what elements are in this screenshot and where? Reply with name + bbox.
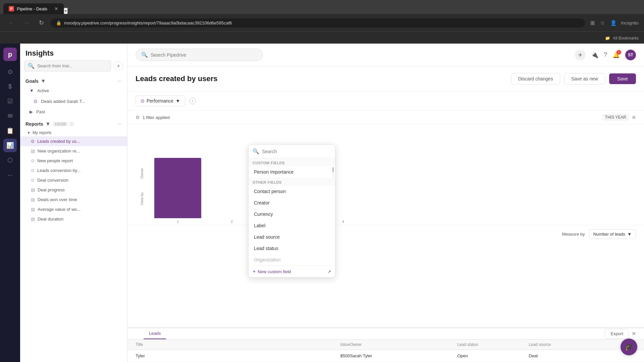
report-header: Leads created by users Discard changes S… <box>127 66 644 92</box>
nav-icon-mail[interactable]: ✉ <box>3 109 17 123</box>
report-item-5[interactable]: ▤ Deal progress <box>20 185 127 195</box>
report-icon-0: ⊙ <box>31 139 35 144</box>
deals-added-nav-item[interactable]: ⊙ Deals added Sarah T... <box>20 96 127 107</box>
chat-bubble[interactable]: 🎓 <box>621 339 637 355</box>
report-toolbar: ⊙ Performance ▼ i <box>127 92 644 111</box>
sidebar-search-input[interactable] <box>37 63 107 68</box>
nav-icon-leads[interactable]: 📋 <box>3 124 17 137</box>
report-label-4: Deal conversion <box>37 178 68 183</box>
new-tab-button[interactable]: + <box>64 8 68 14</box>
back-button[interactable]: ← <box>5 18 17 28</box>
report-item-0[interactable]: ⊙ Leads created by us... <box>20 136 127 146</box>
user-avatar[interactable]: ST <box>625 50 636 60</box>
measure-row: Measure by Number of leads ▼ <box>127 225 644 243</box>
performance-label: Performance <box>147 98 173 104</box>
deals-icon: ⊙ <box>34 99 38 104</box>
save-new-button[interactable]: Save as new <box>564 73 605 84</box>
export-button[interactable]: Export <box>605 329 629 339</box>
dropdown-item-organization[interactable]: Organization <box>249 254 335 265</box>
report-item-3[interactable]: ⊙ Leads conversion by... <box>20 166 127 175</box>
star-icon[interactable]: ☆ <box>599 18 606 27</box>
reports-count-badge: 13/150 <box>53 122 68 126</box>
report-label-2: New people report <box>37 158 73 163</box>
td-owner-0: Sarah Tyler <box>350 353 457 358</box>
scroll-thumb <box>332 167 334 172</box>
report-label-8: Deal duration <box>38 217 63 222</box>
tab-close-btn[interactable]: ✕ <box>54 6 58 11</box>
report-item-1[interactable]: ▤ New organization re... <box>20 146 127 156</box>
nav-icon-deals[interactable]: $ <box>3 80 17 93</box>
filter-close-button[interactable]: ✕ <box>632 114 636 121</box>
th-title: Title <box>136 342 278 347</box>
report-item-7[interactable]: ▤ Average value of wo... <box>20 204 127 214</box>
measure-select-button[interactable]: Number of leads ▼ <box>589 229 636 239</box>
report-item-4[interactable]: ⊙ Deal conversion <box>20 175 127 185</box>
dropdown-item-contact-person[interactable]: Contact person <box>249 186 335 197</box>
x-axis: 1 2 3 4 <box>127 218 644 225</box>
table-row-0[interactable]: Tyler $500 Sarah Tyler Open Deal <box>127 350 644 362</box>
info-button[interactable]: i <box>189 98 196 104</box>
dropdown-item-currency[interactable]: Currency <box>249 208 335 220</box>
notification-badge: ! <box>616 50 621 55</box>
reports-arrow: ▼ <box>45 121 51 127</box>
dropdown-item-person-importance[interactable]: Person Importance <box>249 166 335 178</box>
forward-button[interactable]: → <box>21 18 32 28</box>
nav-icon-activities[interactable]: ☑ <box>3 95 17 108</box>
main-content: 🔍 + 🔌 ? 🔔 ! ST Leads created by users Di… <box>127 44 644 362</box>
save-button[interactable]: Save <box>609 73 636 84</box>
bookmarks-label: 📁 All Bookmarks <box>605 35 639 41</box>
notification-button[interactable]: 🔔 ! <box>612 51 620 59</box>
reload-button[interactable]: ↻ <box>36 18 47 28</box>
extension-button[interactable]: 🔌 <box>591 51 598 59</box>
table-close-button[interactable]: ✕ <box>632 329 636 339</box>
x-label-0: 1 <box>154 220 201 224</box>
performance-button[interactable]: ⊙ Performance ▼ <box>136 96 185 106</box>
top-actions: + 🔌 ? 🔔 ! ST <box>575 50 636 60</box>
dropdown-item-lead-source[interactable]: Lead source <box>249 231 335 243</box>
nav-icon-more[interactable]: ··· <box>3 168 17 182</box>
browser-nav: ← → ↻ 🔒 moodjoy.pipedrive.com/progress/i… <box>0 14 644 32</box>
dropdown-search-input[interactable] <box>262 149 331 154</box>
report-icon-1: ▤ <box>31 148 35 154</box>
goals-more-icon[interactable]: ··· <box>117 78 122 84</box>
nav-icon-home[interactable]: ⊙ <box>3 65 17 78</box>
table-section: Leads Export ✕ Title Value Owner Lead st… <box>127 327 644 362</box>
dropdown-item-label[interactable]: Label <box>249 220 335 231</box>
reports-info-icon[interactable]: ⓘ <box>70 121 74 127</box>
active-label: Active <box>37 88 49 93</box>
report-label-7: Average value of wo... <box>38 207 80 212</box>
reports-more-icon[interactable]: ··· <box>117 121 122 127</box>
sidebar-search[interactable]: 🔍 <box>24 60 111 71</box>
report-item-6[interactable]: ▤ Deals won over time <box>20 195 127 204</box>
dropdown-search-row[interactable]: 🔍 <box>249 145 335 158</box>
address-bar[interactable]: 🔒 moodjoy.pipedrive.com/progress/insight… <box>51 18 585 27</box>
performance-icon: ⊙ <box>141 98 145 104</box>
extensions-icon[interactable]: ⊞ <box>589 18 596 27</box>
help-button[interactable]: ? <box>604 51 607 58</box>
dropdown-item-creator[interactable]: Creator <box>249 197 335 208</box>
active-nav-item[interactable]: ▼ Active <box>20 85 127 96</box>
nav-icon-products[interactable]: ⬡ <box>3 154 17 167</box>
profile-icon[interactable]: 👤 <box>609 18 618 27</box>
global-search-icon: 🔍 <box>141 52 148 58</box>
add-report-button[interactable]: + <box>114 61 123 71</box>
discard-button[interactable]: Discard changes <box>511 73 560 84</box>
td-source-0: Deal <box>529 353 636 358</box>
global-search-input[interactable] <box>151 52 257 58</box>
measure-label: Measure by <box>562 232 585 237</box>
active-tab[interactable]: P Pipeline - Deals ✕ <box>3 3 64 14</box>
td-status-0: Open <box>457 353 529 358</box>
report-item-2[interactable]: ⊙ New people report <box>20 156 127 166</box>
goals-label: Goals <box>25 78 39 84</box>
add-button[interactable]: + <box>575 50 586 60</box>
new-custom-field-button[interactable]: New custom field <box>258 269 325 274</box>
dropdown-item-lead-status[interactable]: Lead status <box>249 243 335 254</box>
nav-icon-insights[interactable]: 📊 <box>3 139 17 152</box>
table-tab-row: Leads Export ✕ <box>127 328 644 339</box>
report-item-8[interactable]: ▤ Deal duration <box>20 214 127 224</box>
table-actions: Export ✕ <box>605 329 636 339</box>
past-nav-item[interactable]: ▶ Past <box>20 107 127 117</box>
table-tab-leads[interactable]: Leads <box>144 328 166 339</box>
global-search[interactable]: 🔍 <box>136 49 263 61</box>
tab-title: Pipeline - Deals <box>17 6 47 11</box>
